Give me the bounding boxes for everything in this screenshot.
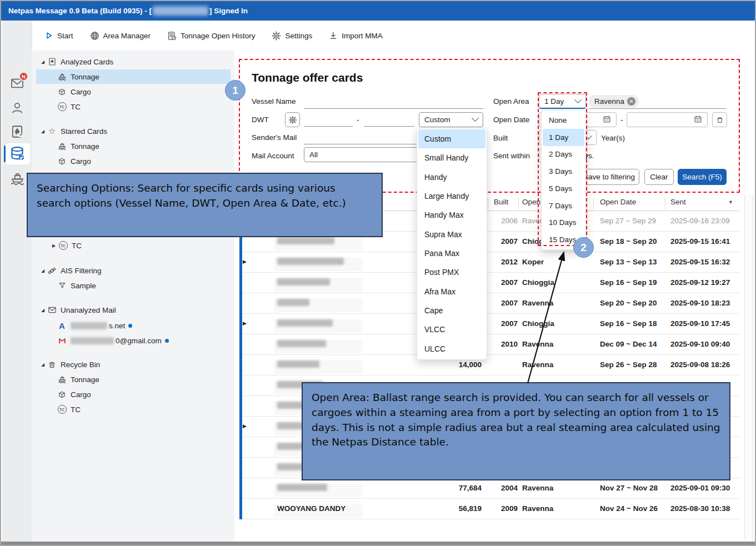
table-row[interactable]: ▶ 2010 Ravenna Dec 09 ~ Dec 14 2025-09-1… [239, 334, 740, 355]
trash-icon [716, 116, 724, 124]
tree-label: s.net [109, 322, 125, 330]
dropdown-option[interactable]: ULCC [418, 339, 485, 358]
dropdown-option[interactable]: Post PMX [418, 263, 485, 282]
dropdown-option[interactable]: VLCC [418, 320, 485, 339]
expander-icon[interactable]: ◢ [39, 308, 46, 313]
table-row[interactable]: ▶ 2012 Koper Sep 13 ~ Sep 13 2025-09-15 … [239, 252, 740, 273]
dropdown-option[interactable]: Pana Max [418, 244, 485, 263]
dropdown-option[interactable]: 5 Days [543, 180, 584, 197]
vessel-name-cell: WOOYANG DANDY [277, 504, 346, 513]
dwt-min-input[interactable] [304, 112, 353, 127]
dropdown-option[interactable]: 7 Days [543, 197, 584, 214]
card-database-nav-icon[interactable] [9, 146, 25, 161]
dropdown-option[interactable]: None [543, 112, 584, 129]
tree-label: Cargo [71, 88, 91, 96]
expander-icon[interactable]: ◢ [39, 268, 46, 273]
vertical-scrollbar[interactable] [744, 194, 753, 539]
dropdown-option[interactable]: 3 Days [543, 163, 584, 180]
dropdown-option[interactable]: 10 Days [543, 214, 584, 232]
dropdown-option[interactable]: Handy Max [418, 206, 485, 224]
contacts-nav-icon[interactable] [9, 101, 25, 116]
dwt-settings-button[interactable] [285, 112, 300, 127]
sort-descending-icon[interactable]: ▼ [728, 199, 733, 205]
calendar-icon[interactable] [603, 115, 611, 125]
tree-item-tonnage-selected[interactable]: Tonnage [36, 69, 231, 84]
expander-icon[interactable]: ▶ [51, 243, 57, 248]
tree-item-tc[interactable]: TC TC [36, 99, 231, 114]
gear-icon [288, 116, 297, 124]
tree-item-recycle-tc[interactable]: TC TC [36, 402, 231, 417]
built-cell: 2004 [482, 484, 518, 492]
clear-button[interactable]: Clear [644, 169, 674, 185]
area-manager-button[interactable]: Area Manager [90, 31, 151, 41]
dropdown-option[interactable]: 2 Days [543, 146, 584, 163]
row-expander-icon[interactable]: ▶ [243, 320, 247, 326]
table-row[interactable]: ▶ 2007 Chioggia Sep 16 ~ Sep 19 2025-09-… [239, 273, 740, 293]
tree-item-analyzed-cards[interactable]: ◢ Analyzed Cards [36, 54, 231, 69]
date-range-dash: - [620, 116, 623, 124]
tree-item-starred-tonnage[interactable]: Tonnage [36, 139, 231, 153]
open-date-to-input[interactable] [627, 112, 708, 127]
dwt-preset-select[interactable]: Custom [419, 112, 483, 127]
tree-item-starred-cards[interactable]: ◢ ☆ Starred Cards [36, 124, 231, 138]
sent-cell: 2025-09-10 18:23 [670, 299, 730, 307]
open-area-dropdown: None 1 Day 2 Days 3 Days 5 Days 7 Days 1… [541, 110, 586, 250]
tree-label: Tonnage [71, 73, 99, 81]
tree-item-recycle-cargo[interactable]: Cargo [36, 387, 231, 402]
dropdown-option[interactable]: Custom [418, 129, 485, 148]
dropdown-option[interactable]: Cape [418, 301, 485, 320]
table-row[interactable]: ▶ 77,684 2004 Ravenna Nov 27 ~ Nov 28 20… [239, 478, 740, 499]
column-header-open-date[interactable]: Open Date [600, 198, 636, 206]
tree-item-unanalyzed-mail[interactable]: ◢ Unanalyzed Mail [36, 303, 231, 317]
dropdown-option[interactable]: Handy [418, 168, 485, 187]
main-toolbar: Start Area Manager Tonnage Open History … [32, 21, 754, 51]
analyzed-cards-nav-icon[interactable] [9, 124, 25, 139]
port-tag-ravenna[interactable]: Ravenna ✕ [589, 95, 639, 108]
open-area-select[interactable]: 1 Day [539, 94, 586, 109]
import-mma-button[interactable]: Import MMA [329, 31, 383, 40]
tree-item-starred-cargo[interactable]: Cargo [36, 154, 231, 168]
vessel-nav-icon[interactable] [9, 170, 25, 186]
tonnage-open-history-button[interactable]: Tonnage Open History [167, 31, 255, 41]
dwt-max-input[interactable] [364, 112, 414, 127]
tree-item-mail-account-2[interactable]: 0@gmail.com [36, 333, 231, 348]
expander-icon[interactable]: ◢ [39, 59, 46, 64]
search-button[interactable]: Search (F5) [678, 169, 727, 185]
open-port-cell: Ravenna [522, 299, 553, 307]
row-expander-icon[interactable]: ▶ [243, 259, 247, 264]
tree-item-recycle-bin[interactable]: ◢ Recycle Bin [36, 357, 231, 372]
calendar-icon[interactable] [694, 115, 702, 125]
unread-dot [128, 324, 132, 328]
table-row[interactable]: ▶ 2007 Ravenna Sep 20 ~ Sep 20 2025-09-1… [239, 293, 740, 314]
sent-cell: 2025-09-15 16:41 [670, 237, 730, 246]
dropdown-option[interactable]: 1 Day [543, 129, 584, 146]
download-icon [329, 31, 338, 40]
dropdown-option[interactable]: Afra Max [418, 282, 485, 301]
tree-label: Tonnage [71, 375, 99, 384]
dropdown-option[interactable]: Small Handy [418, 148, 485, 167]
table-row[interactable]: ▶ WOOYANG DANDY 56,819 2009 Ravenna Nov … [239, 499, 740, 519]
tree-item-recycle-tonnage[interactable]: Tonnage [36, 372, 231, 387]
vessel-name-input[interactable] [304, 94, 483, 109]
tree-item-mail-account-1[interactable]: A s.net [36, 318, 231, 333]
column-header-sent[interactable]: Sent [670, 198, 686, 206]
expander-icon[interactable]: ◢ [39, 129, 46, 134]
save-to-filtering-button[interactable]: Save to filtering [579, 169, 639, 185]
table-row[interactable]: ▶ 2007 Chioggia Sep 16 ~ Sep 18 2025-09-… [239, 314, 740, 334]
settings-button[interactable]: Settings [272, 31, 312, 41]
column-header-built[interactable]: Built [494, 198, 508, 206]
clear-dates-button[interactable] [712, 112, 727, 127]
tree-item-ais-filtering[interactable]: ◢ AIS Filtering [36, 263, 231, 278]
start-button[interactable]: Start [44, 31, 73, 40]
tree-item-cargo[interactable]: Cargo [36, 84, 231, 99]
cards-icon [47, 57, 57, 67]
expander-icon[interactable]: ◢ [39, 362, 46, 367]
tree-item-starred-tc[interactable]: ▶ TC TC [36, 238, 231, 253]
table-row[interactable]: ▶ 14,000 Ravenna Sep 26 ~ Sep 28 2025-09… [239, 355, 740, 375]
row-expander-icon[interactable]: ▶ [243, 423, 247, 429]
dropdown-option[interactable]: Large Handy [418, 187, 485, 206]
dwt-cell: 77,684 [423, 484, 482, 492]
tree-item-ais-sample[interactable]: Sample [36, 278, 231, 293]
dropdown-option[interactable]: Supra Max [418, 225, 485, 244]
remove-tag-icon[interactable]: ✕ [627, 97, 635, 106]
